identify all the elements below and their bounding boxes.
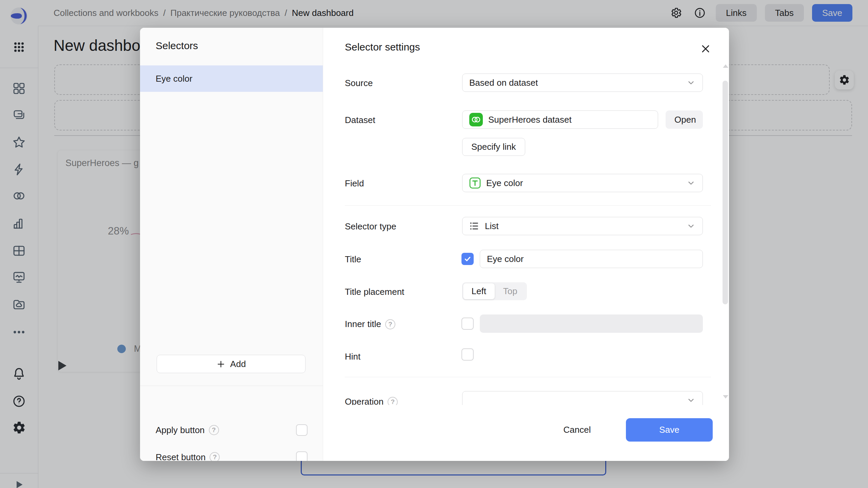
title-checkbox[interactable] (461, 253, 474, 265)
scrollbar-thumb[interactable] (723, 81, 728, 304)
chevron-down-icon (686, 78, 696, 87)
settings-scrollbar[interactable] (723, 64, 728, 399)
panel-divider (140, 386, 323, 386)
selector-type-value: List (485, 221, 498, 231)
selectors-dialog: Selectors Eye color Add Apply button ? R… (140, 28, 729, 461)
reset-button-label: Reset button (156, 452, 205, 461)
scroll-down-icon[interactable] (723, 395, 728, 399)
help-icon[interactable]: ? (209, 425, 219, 435)
title-input[interactable] (480, 250, 703, 268)
chevron-down-icon (686, 178, 696, 188)
source-label: Source (345, 78, 373, 88)
settings-scroll-area: Source Based on dataset Dataset SuperHer… (323, 28, 729, 405)
selector-type-label: Selector type (345, 221, 396, 232)
dataset-label: Dataset (345, 115, 375, 125)
field-type-text-icon (469, 177, 481, 189)
selector-settings-panel: Selector settings Source Based on datase… (323, 28, 729, 461)
section-divider (345, 205, 711, 206)
chevron-down-icon (686, 395, 696, 405)
source-value: Based on dataset (469, 78, 538, 88)
section-divider (345, 377, 711, 377)
check-icon (463, 255, 472, 263)
add-button-label: Add (230, 359, 246, 369)
chevron-down-icon (686, 221, 696, 231)
help-icon[interactable]: ? (385, 319, 395, 329)
field-label: Field (345, 178, 364, 189)
selector-type-select[interactable]: List (462, 217, 703, 235)
operation-select[interactable] (462, 391, 703, 405)
operation-label: Operation ? (345, 396, 398, 405)
selector-list-item[interactable]: Eye color (140, 65, 323, 92)
field-select[interactable]: Eye color (462, 174, 703, 192)
field-value: Eye color (486, 178, 523, 188)
plus-icon (216, 360, 225, 369)
inner-title-label-text: Inner title (345, 319, 381, 329)
list-icon (469, 221, 479, 231)
title-placement-left-option[interactable]: Left (463, 283, 495, 299)
dataset-icon (469, 113, 483, 126)
title-placement-top-option[interactable]: Top (495, 283, 526, 299)
reset-button-checkbox[interactable] (296, 451, 308, 461)
add-selector-button[interactable]: Add (157, 355, 305, 373)
apply-button-row: Apply button ? (156, 424, 308, 436)
hint-label: Hint (345, 351, 360, 362)
hint-checkbox[interactable] (461, 348, 474, 361)
open-dataset-button[interactable]: Open (666, 110, 703, 129)
dataset-select[interactable]: SuperHeroes dataset (462, 110, 658, 129)
inner-title-checkbox[interactable] (461, 318, 474, 330)
source-select[interactable]: Based on dataset (462, 74, 703, 92)
operation-label-text: Operation (345, 396, 383, 405)
title-placement-segmented-control: Left Top (462, 282, 527, 300)
title-label: Title (345, 254, 361, 265)
selectors-list-panel: Selectors Eye color Add Apply button ? R… (140, 28, 323, 461)
selector-item-label: Eye color (156, 74, 192, 84)
inner-title-input[interactable] (480, 314, 703, 333)
reset-button-row: Reset button ? (156, 451, 308, 461)
cancel-button[interactable]: Cancel (555, 418, 599, 442)
scroll-up-icon[interactable] (723, 64, 728, 68)
apply-button-checkbox[interactable] (296, 424, 308, 436)
help-icon[interactable]: ? (388, 397, 398, 405)
selectors-panel-title: Selectors (156, 40, 198, 52)
dialog-save-button[interactable]: Save (626, 418, 713, 442)
help-icon[interactable]: ? (210, 452, 220, 461)
title-placement-label: Title placement (345, 287, 404, 297)
specify-link-button[interactable]: Specify link (462, 138, 525, 156)
apply-button-label: Apply button (156, 425, 205, 435)
inner-title-label: Inner title ? (345, 319, 395, 329)
dataset-name: SuperHeroes dataset (488, 115, 572, 125)
